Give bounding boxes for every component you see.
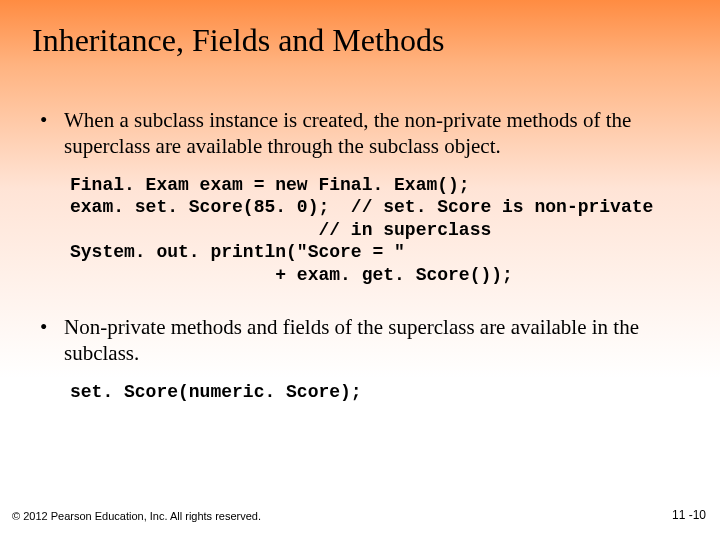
copyright-text: © 2012 Pearson Education, Inc. All right… — [12, 510, 261, 522]
content-list: Non-private methods and fields of the su… — [30, 314, 690, 367]
slide-title: Inheritance, Fields and Methods — [32, 22, 690, 59]
bullet-item: Non-private methods and fields of the su… — [30, 314, 690, 367]
bullet-item: When a subclass instance is created, the… — [30, 107, 690, 160]
code-example-1: Final. Exam exam = new Final. Exam(); ex… — [70, 174, 690, 287]
content-list: When a subclass instance is created, the… — [30, 107, 690, 160]
code-example-2: set. Score(numeric. Score); — [70, 381, 690, 404]
page-number: 11 -10 — [672, 508, 706, 522]
